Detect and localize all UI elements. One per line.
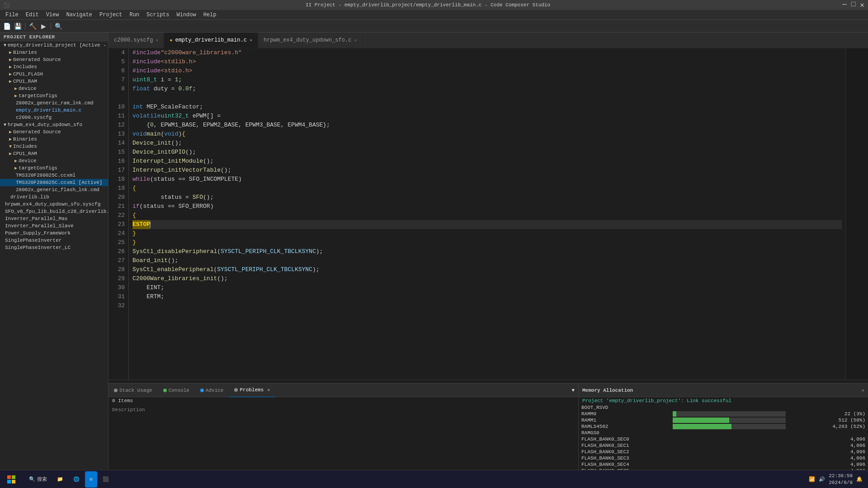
menu-item-navigate[interactable]: Navigate <box>62 10 96 19</box>
code-line-30: EINT; <box>132 283 842 292</box>
ln-7: 7 <box>112 75 125 84</box>
ln-16: 16 <box>112 157 125 166</box>
tab-syscfg[interactable]: c2000.syscfg ✕ <box>108 33 164 48</box>
code-line-17: Interrupt_initVectorTable(); <box>132 166 842 175</box>
tree-item-single-phase-lc[interactable]: SinglePhaseInverter_LC <box>0 244 108 251</box>
tree-item-single-phase[interactable]: SinglePhaseInverter <box>0 237 108 244</box>
mem-bar <box>673 418 786 423</box>
menu-item-scripts[interactable]: Scripts <box>143 10 173 19</box>
mem-size: 4,096 <box>806 455 868 461</box>
table-row: FLASH_BANK0_SEC0 4,096 <box>579 436 868 442</box>
taskbar-ccs[interactable]: ⚙ <box>85 471 97 488</box>
tree-item-syscfg2[interactable]: hrpwm_ex4_duty_updown_sfo.syscfg <box>0 201 108 208</box>
tree-item-linker2[interactable]: 28002x_generic_flash_lnk.cmd <box>0 186 108 193</box>
ln-6: 6 <box>112 66 125 75</box>
toolbar-btn-save[interactable]: 💾 <box>13 21 23 31</box>
taskbar-filemanager[interactable]: 📁 <box>52 471 68 488</box>
code-line-4: #include "c2000ware_libraries.h" <box>132 48 842 57</box>
panel-action-btn[interactable]: ▼ <box>571 388 575 393</box>
tree-item-tms2[interactable]: TMS320F280025C.ccxml [Active] <box>0 179 108 186</box>
mem-name: FLASH_BANK0_SEC4 <box>579 461 670 468</box>
close-btn[interactable]: ✕ <box>860 0 864 9</box>
bottom-scroll[interactable] <box>108 380 868 383</box>
problems-close[interactable]: ✕ <box>267 387 270 393</box>
tab-close-syscfg[interactable]: ✕ <box>156 38 158 43</box>
tab-hrpwm[interactable]: hrpwm_ex4_duty_updown_sfo.c ✕ <box>258 33 363 48</box>
minimap <box>845 48 868 380</box>
table-row: FLASH_BANK0_SEC1 4,096 <box>579 442 868 449</box>
ln-27: 27 <box>112 256 125 265</box>
code-line-23: ESTOP <box>132 220 842 229</box>
taskbar-edge[interactable]: 🌐 <box>69 471 84 488</box>
panel-tab-problems[interactable]: Problems ✕ <box>229 384 275 397</box>
code-editor[interactable]: 4 5 6 7 8 10 11 12 13 14 15 16 17 18 19 <box>108 48 868 380</box>
tree-item-inverter-parallel-mas[interactable]: Inverter_Parallel_Mas <box>0 215 108 222</box>
maximize-btn[interactable]: □ <box>851 0 856 9</box>
problems-dot <box>234 388 238 392</box>
ln-31: 31 <box>112 292 125 301</box>
folder-icon: ▶ <box>9 129 12 135</box>
toolbar-btn-debug[interactable]: ▶ <box>38 21 48 31</box>
toolbar-btn-search[interactable]: 🔍 <box>53 21 63 31</box>
tree-item-project1[interactable]: ▼ empty_driverlib_project [Active - CPU1… <box>0 42 108 49</box>
code-line-27: Board_init(); <box>132 256 842 265</box>
tree-item-device2[interactable]: ▶ device <box>0 157 108 164</box>
tree-item-generated1[interactable]: ▶ Generated Source <box>0 56 108 63</box>
toolbar-btn-build[interactable]: 🔨 <box>28 21 38 31</box>
taskbar-start-btn[interactable] <box>0 470 23 488</box>
menu-item-window[interactable]: Window <box>173 10 200 19</box>
tree-item-targetconfigs2[interactable]: ▶ targetConfigs <box>0 164 108 172</box>
tree-item-generated2[interactable]: ▶ Generated Source <box>0 128 108 136</box>
ln-19: 19 <box>112 184 125 193</box>
folder-icon: ▶ <box>14 86 17 91</box>
tree-item-cpu1ram2[interactable]: ▶ CPU1_RAM <box>0 150 108 157</box>
tree-item-device1[interactable]: ▶ device <box>0 85 108 92</box>
panel-tab-advice[interactable]: Advice <box>195 384 229 397</box>
stack-dot <box>114 389 118 392</box>
tree-item-mainc[interactable]: empty_driverlib_main.c <box>0 107 108 114</box>
tree-item-cpu1flash[interactable]: ▶ CPU1_FLASH <box>0 70 108 78</box>
tree-item-inverter-parallel-slave[interactable]: Inverter_Parallel_Slave <box>0 222 108 230</box>
tab-close-mainc[interactable]: ✕ <box>250 38 252 43</box>
app-icon: ⬛ <box>4 2 10 8</box>
menu-item-view[interactable]: View <box>42 10 63 19</box>
tree-item-linker1[interactable]: 28002x_generic_ram_lnk.cmd <box>0 99 108 107</box>
taskbar-clock[interactable]: 22:36:50 2024/8/8 <box>829 473 853 486</box>
tree-item-power-supply[interactable]: Power_Supply_FrameWork <box>0 230 108 237</box>
tab-close-hrpwm[interactable]: ✕ <box>354 38 357 43</box>
tree-item-targetconfigs1[interactable]: ▶ targetConfigs <box>0 92 108 99</box>
taskbar-search[interactable]: 🔍 搜索 <box>24 471 52 488</box>
tree-item-cpu1ram1[interactable]: ▶ CPU1_RAM <box>0 78 108 85</box>
tree-item-project2[interactable]: ▼ hrpwm_ex4_duty_updown_sfo <box>0 121 108 128</box>
tree-item-tms1[interactable]: TMS320F280025C.ccxml <box>0 172 108 179</box>
menu-item-run[interactable]: Run <box>126 10 143 19</box>
menu-item-help[interactable]: Help <box>200 10 220 19</box>
panel-tab-stack[interactable]: Stack Usage <box>108 384 158 397</box>
tree-item-sfolib[interactable]: SFO_v8_fpu_lib_build_c28_driverlib.lib <box>0 208 108 215</box>
taskbar-time: 22:36:50 <box>829 473 853 479</box>
memory-content: BOOT_RSVD RAMM0 <box>579 404 868 478</box>
tab-mainc[interactable]: ● empty_driverlib_main.c ✕ <box>164 33 258 48</box>
table-row: RAMGS0 <box>579 430 868 436</box>
menu-item-project[interactable]: Project <box>96 10 126 19</box>
menu-item-edit[interactable]: Edit <box>22 10 42 19</box>
code-line-8: float duty = 0.0f; <box>132 84 842 94</box>
tree-item-includes2[interactable]: ▼ Includes <box>0 143 108 150</box>
code-line-19: { <box>132 184 842 193</box>
panel-tab-console[interactable]: Console <box>158 384 195 397</box>
toolbar-btn-new[interactable]: 📄 <box>2 21 12 31</box>
menu-item-file[interactable]: File <box>2 10 22 19</box>
memory-close-btn[interactable]: ✕ <box>862 388 864 393</box>
minimize-btn[interactable]: — <box>842 0 847 9</box>
ln-17: 17 <box>112 166 125 175</box>
tree-item-binaries1[interactable]: ▶ Binaries <box>0 49 108 56</box>
mem-size: 4,096 <box>806 442 868 449</box>
tree-item-syscfg1[interactable]: c2000.syscfg <box>0 114 108 121</box>
tree-item-includes1[interactable]: ▶ Includes <box>0 63 108 70</box>
code-line-21: if(status == SFO_ERROR) <box>132 202 842 211</box>
taskbar-notification-icon[interactable]: 🔔 <box>856 476 863 482</box>
taskbar-terminal[interactable]: ⬛ <box>98 471 113 488</box>
mem-name: FLASH_BANK0_SEC2 <box>579 449 670 455</box>
tree-item-driverlib[interactable]: driverlib.lib <box>0 193 108 201</box>
tree-item-binaries2[interactable]: ▶ Binaries <box>0 136 108 143</box>
